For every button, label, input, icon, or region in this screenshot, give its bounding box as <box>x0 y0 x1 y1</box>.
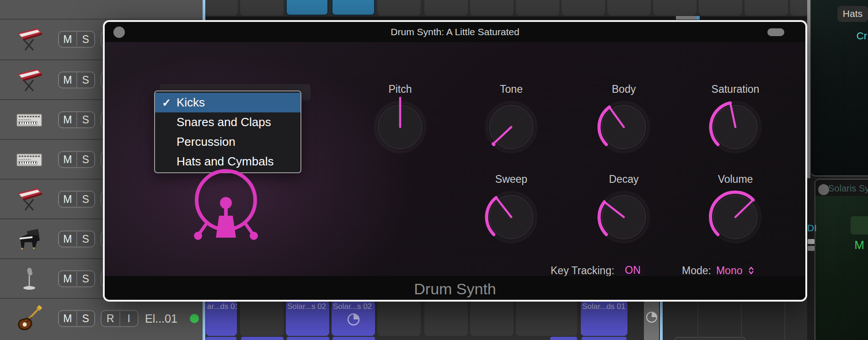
synth-module-icon <box>12 146 47 173</box>
solo-button[interactable]: S <box>77 152 95 167</box>
region-clip[interactable]: ar...ds 01 <box>206 301 237 336</box>
knob-dial[interactable] <box>368 95 432 159</box>
empty-cell <box>377 301 421 336</box>
track-name: El...01 <box>145 312 177 325</box>
solo-button[interactable]: S <box>77 72 95 87</box>
clip-cell[interactable] <box>516 0 559 16</box>
knob-saturation[interactable]: Saturation <box>699 83 772 161</box>
clip-cell[interactable] <box>562 0 605 16</box>
menu-item-kicks[interactable]: ✓ Kicks <box>155 93 300 112</box>
solo-button[interactable]: S <box>77 191 95 207</box>
knob-dial[interactable] <box>703 185 767 249</box>
partial-button <box>808 246 814 251</box>
clip-cell[interactable] <box>240 0 284 16</box>
clip-cell[interactable] <box>470 0 514 16</box>
cycle-column[interactable] <box>644 299 659 340</box>
knob-label: Body <box>587 83 660 95</box>
knob-tone[interactable]: Tone <box>475 83 548 161</box>
track-row-8[interactable]: M S R I El...01 <box>0 298 203 338</box>
knob-dial[interactable] <box>479 185 543 249</box>
knob-dial[interactable] <box>479 95 543 159</box>
region-clip[interactable]: Solar...s 02 <box>332 301 375 336</box>
mute-button[interactable]: M <box>59 271 77 286</box>
playhead[interactable] <box>660 299 663 340</box>
knob-dial[interactable] <box>592 95 656 159</box>
scrollbar-fragment[interactable] <box>676 16 697 20</box>
close-icon[interactable] <box>113 27 125 38</box>
mute-button[interactable]: M <box>59 152 77 167</box>
empty-cell <box>470 301 514 336</box>
solo-button[interactable]: S <box>77 271 95 286</box>
mute-button[interactable]: M <box>59 311 77 326</box>
clip-cell[interactable] <box>424 0 468 16</box>
clip-cell[interactable] <box>206 0 238 16</box>
keyboard-icon <box>12 26 47 53</box>
key-tracking-label: Key Tracking: <box>551 265 614 277</box>
loop-pie-icon <box>347 313 360 326</box>
region-clip[interactable]: Solar...s 02 <box>286 301 329 336</box>
hats-tab[interactable]: Hats <box>837 6 868 22</box>
mute-button[interactable]: M <box>59 112 77 127</box>
mode-select[interactable]: Mono <box>716 265 743 277</box>
link-pill-icon[interactable] <box>767 28 784 36</box>
stepper-chevrons-icon[interactable] <box>748 266 754 275</box>
mute-button[interactable]: M <box>59 191 77 207</box>
progress-pie-icon <box>646 311 658 323</box>
knob-body[interactable]: Body <box>587 83 660 161</box>
knob-decay[interactable]: Decay <box>587 173 660 251</box>
clip-sliver <box>206 337 236 340</box>
knob-label: Tone <box>475 83 548 95</box>
solo-button[interactable]: S <box>77 231 95 246</box>
knob-dial[interactable] <box>592 185 656 249</box>
clip-cell[interactable] <box>745 0 788 16</box>
mute-button[interactable]: M <box>59 231 77 246</box>
mute-button[interactable]: M <box>59 32 77 47</box>
knob-label: Pitch <box>364 83 437 95</box>
record-button[interactable]: R <box>102 311 120 326</box>
clip-cell[interactable] <box>377 0 421 16</box>
solo-button[interactable]: S <box>77 112 95 127</box>
region-clip[interactable]: Solar...ds 01 <box>581 301 627 336</box>
mute-solo-group: M S <box>58 191 95 207</box>
knob-volume[interactable]: Volume <box>699 173 772 251</box>
solo-button[interactable]: S <box>77 311 95 326</box>
mute-solo-group: M S <box>58 310 95 327</box>
kick-drum-icon <box>192 167 260 245</box>
partial-cyan-label: DI <box>807 223 817 234</box>
selected-clip[interactable] <box>332 0 375 16</box>
menu-item-percussion[interactable]: Percussion <box>155 132 300 152</box>
solaris-body: M <box>815 196 868 340</box>
clip-cell[interactable] <box>699 0 742 16</box>
keyboard-icon <box>12 66 47 94</box>
knob-pitch[interactable]: Pitch <box>364 83 437 161</box>
partial-text: Cr <box>857 30 867 42</box>
arrange-bottom-strip: ar...ds 01 Solar...s 02 Solar...s 02 Sol… <box>205 299 821 340</box>
plugin-name-label: Drum Synth <box>105 276 805 302</box>
input-button[interactable]: I <box>120 311 138 326</box>
menu-item-snares-and-claps[interactable]: Snares and Claps <box>155 112 300 132</box>
plugin-titlebar[interactable]: Drum Synth: A Little Saturated <box>105 22 805 42</box>
solaris-plugin-window[interactable]: Solaris Syn M <box>814 179 868 340</box>
clip-sliver <box>582 337 627 340</box>
scrollbar-nub <box>697 16 700 20</box>
knob-dial[interactable] <box>703 95 767 159</box>
checkmark-icon: ✓ <box>162 93 176 112</box>
arrange-top-strip <box>205 0 807 20</box>
clip-cell[interactable] <box>607 0 651 16</box>
knob-label: Sweep <box>475 173 548 185</box>
mode-label: Mode: <box>682 265 711 277</box>
selected-clip[interactable] <box>286 0 328 16</box>
hats-plugin-window[interactable]: Hats Cr <box>810 0 868 176</box>
voice-category-menu: ✓ Kicks Snares and Claps Percussion Hats… <box>154 90 301 173</box>
knob-label: Saturation <box>699 83 772 95</box>
knob-label: Decay <box>587 173 660 185</box>
clip-cell[interactable] <box>653 0 697 16</box>
solo-button[interactable]: S <box>77 32 95 47</box>
mute-solo-group: M S <box>58 31 95 48</box>
vertical-scrollbar[interactable] <box>807 0 810 178</box>
clip-cell[interactable] <box>790 0 807 16</box>
knob-sweep[interactable]: Sweep <box>475 173 548 251</box>
solaris-green-label: M <box>854 238 864 252</box>
mute-button[interactable]: M <box>59 72 77 87</box>
close-icon[interactable] <box>818 184 829 195</box>
